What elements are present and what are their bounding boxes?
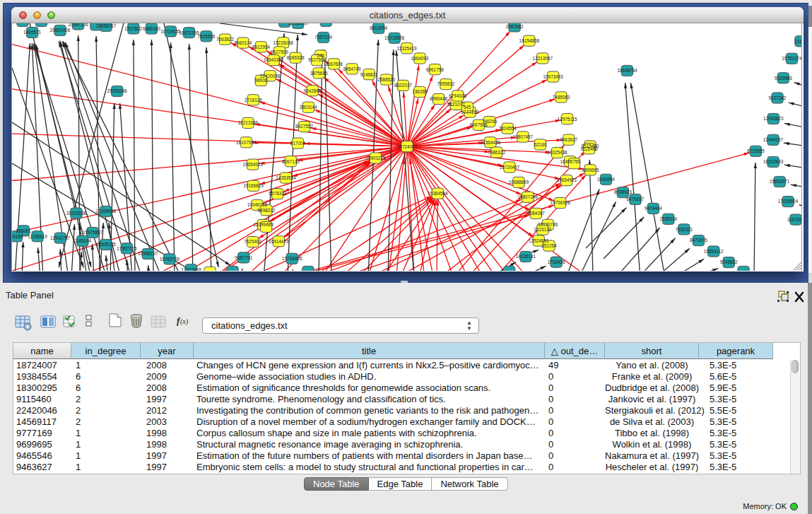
svg-text:8267130: 8267130 xyxy=(282,159,300,164)
svg-text:16671355: 16671355 xyxy=(179,30,199,35)
svg-text:6479197: 6479197 xyxy=(627,197,645,201)
svg-text:11156819: 11156819 xyxy=(28,234,47,239)
svg-text:9657791: 9657791 xyxy=(235,255,252,260)
svg-text:14353594: 14353594 xyxy=(276,175,296,180)
svg-text:2718126: 2718126 xyxy=(245,98,262,103)
svg-text:10654112: 10654112 xyxy=(704,249,724,254)
svg-text:19654923: 19654923 xyxy=(242,162,263,167)
svg-text:136269: 136269 xyxy=(412,89,428,94)
svg-text:11171: 11171 xyxy=(795,39,802,44)
svg-text:6961758: 6961758 xyxy=(426,67,444,72)
svg-text:19166829: 19166829 xyxy=(243,183,264,188)
svg-text:10025438: 10025438 xyxy=(547,150,567,155)
svg-text:20206538: 20206538 xyxy=(66,211,87,216)
svg-text:8660124: 8660124 xyxy=(235,40,252,45)
svg-text:9527506: 9527506 xyxy=(271,49,288,54)
svg-text:20691406: 20691406 xyxy=(50,28,71,33)
svg-text:16210643: 16210643 xyxy=(763,159,784,164)
svg-text:917004: 917004 xyxy=(290,141,306,146)
svg-text:17016504: 17016504 xyxy=(778,199,799,204)
svg-text:7485083: 7485083 xyxy=(553,95,570,100)
svg-text:19654923: 19654923 xyxy=(556,177,577,182)
svg-text:3875685: 3875685 xyxy=(310,71,328,76)
svg-text:5578332: 5578332 xyxy=(269,191,286,196)
svg-text:1527602: 1527602 xyxy=(124,26,142,31)
svg-text:2667608: 2667608 xyxy=(325,62,343,66)
svg-text:6497568: 6497568 xyxy=(470,122,488,127)
svg-text:15692971: 15692971 xyxy=(770,179,790,184)
svg-text:10655267: 10655267 xyxy=(96,23,117,28)
svg-text:7625402: 7625402 xyxy=(244,239,261,244)
svg-text:8427552: 8427552 xyxy=(295,124,313,129)
svg-text:9527508: 9527508 xyxy=(308,57,326,62)
svg-text:62160: 62160 xyxy=(534,142,547,147)
svg-text:8813054: 8813054 xyxy=(370,25,387,30)
svg-text:21364436: 21364436 xyxy=(481,140,501,145)
svg-text:19384554: 19384554 xyxy=(428,191,448,196)
svg-text:18724007: 18724007 xyxy=(397,144,418,149)
svg-text:8938923: 8938923 xyxy=(614,189,632,194)
svg-text:17359938: 17359938 xyxy=(95,209,116,214)
svg-text:6794028: 6794028 xyxy=(449,93,466,98)
svg-text:12942757: 12942757 xyxy=(50,235,71,240)
svg-text:9115460: 9115460 xyxy=(580,146,598,151)
svg-text:2588520: 2588520 xyxy=(377,77,395,82)
svg-text:8912954: 8912954 xyxy=(252,45,270,49)
svg-text:5498222: 5498222 xyxy=(258,208,276,213)
svg-text:2803144: 2803144 xyxy=(300,105,317,110)
svg-text:15751074: 15751074 xyxy=(782,56,802,61)
svg-text:7986322: 7986322 xyxy=(488,150,505,155)
svg-text:12213967: 12213967 xyxy=(533,56,553,61)
svg-text:9463627: 9463627 xyxy=(560,137,577,142)
svg-text:7515526: 7515526 xyxy=(197,34,215,39)
svg-text:12093823: 12093823 xyxy=(763,116,784,121)
svg-text:29053346: 29053346 xyxy=(107,88,127,93)
svg-text:15900275: 15900275 xyxy=(365,156,386,160)
svg-text:16033809: 16033809 xyxy=(288,23,308,25)
svg-text:18807249: 18807249 xyxy=(517,194,538,199)
svg-text:9899695: 9899695 xyxy=(582,168,599,173)
svg-text:19218506: 19218506 xyxy=(384,35,405,40)
svg-text:1640954: 1640954 xyxy=(597,177,615,182)
svg-text:10719155: 10719155 xyxy=(160,29,181,34)
svg-text:10958107: 10958107 xyxy=(138,251,158,256)
svg-text:12213389: 12213389 xyxy=(238,120,259,125)
svg-text:10046766: 10046766 xyxy=(247,202,268,207)
svg-text:39150: 39150 xyxy=(12,234,23,239)
svg-text:98908: 98908 xyxy=(255,78,268,83)
svg-text:12923468: 12923468 xyxy=(181,267,201,271)
svg-text:7857224: 7857224 xyxy=(314,35,332,40)
svg-text:3824554: 3824554 xyxy=(499,126,517,131)
svg-text:2935114: 2935114 xyxy=(660,216,678,221)
svg-text:13524851: 13524851 xyxy=(529,238,549,243)
svg-text:7632621: 7632621 xyxy=(675,227,693,232)
svg-text:8471676: 8471676 xyxy=(690,238,707,243)
svg-text:252254: 252254 xyxy=(541,243,557,248)
svg-text:10973493: 10973493 xyxy=(543,74,563,79)
svg-text:11099489: 11099489 xyxy=(254,222,273,227)
svg-text:8186328: 8186328 xyxy=(287,55,305,60)
svg-text:11325419: 11325419 xyxy=(397,46,417,51)
svg-text:1615132: 1615132 xyxy=(534,227,551,232)
svg-text:15716485: 15716485 xyxy=(282,256,302,261)
svg-text:9227342: 9227342 xyxy=(769,95,787,100)
svg-text:2987682: 2987682 xyxy=(506,24,524,29)
svg-text:8215955: 8215955 xyxy=(747,148,765,153)
svg-text:15226058: 15226058 xyxy=(273,40,293,45)
svg-text:9329966: 9329966 xyxy=(775,76,792,81)
svg-text:7955812: 7955812 xyxy=(437,81,455,86)
svg-text:16648784: 16648784 xyxy=(617,68,637,73)
svg-text:9242845: 9242845 xyxy=(304,88,322,93)
svg-text:9245652: 9245652 xyxy=(720,259,738,264)
svg-text:20697106: 20697106 xyxy=(68,23,88,27)
svg-text:19975867: 19975867 xyxy=(83,230,103,235)
svg-text:1145194: 1145194 xyxy=(74,238,92,243)
svg-text:15720407: 15720407 xyxy=(500,165,520,170)
svg-text:5621072: 5621072 xyxy=(447,102,465,107)
svg-text:1864093: 1864093 xyxy=(411,56,429,61)
svg-text:17957225: 17957225 xyxy=(117,246,137,251)
svg-text:8990448: 8990448 xyxy=(430,96,447,101)
svg-text:10807457: 10807457 xyxy=(513,134,534,139)
svg-text:9777169: 9777169 xyxy=(461,110,479,115)
svg-text:16154808: 16154808 xyxy=(519,38,540,43)
